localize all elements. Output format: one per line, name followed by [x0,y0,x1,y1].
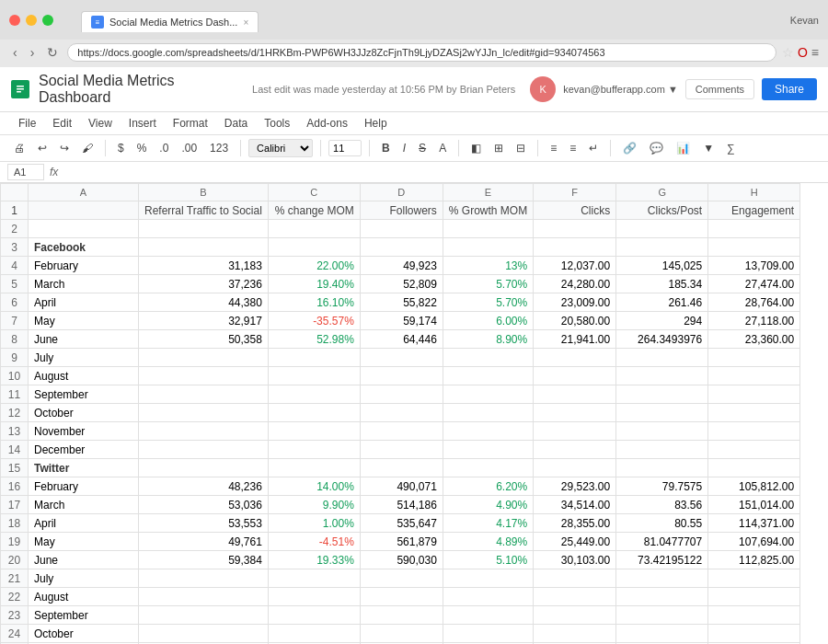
cell-19-b[interactable]: 49,761 [139,533,269,551]
cell-1-g[interactable]: Clicks/Post [616,201,708,220]
cell-23-f[interactable] [534,606,616,625]
cell-22-a[interactable]: August [29,588,139,606]
cell-12-g[interactable] [616,404,708,422]
link-button[interactable]: 🔗 [618,139,641,157]
col-header-g[interactable]: G [616,184,708,201]
cell-5-f[interactable]: 24,280.00 [534,275,616,293]
col-header-e[interactable]: E [443,184,533,201]
opera-icon[interactable]: O [798,45,808,60]
cell-8-b[interactable]: 50,358 [139,330,269,349]
cell-6-h[interactable]: 28,764.00 [708,293,800,312]
cell-14-e[interactable] [443,441,533,459]
cell-17-h[interactable]: 151,014.00 [708,496,800,514]
cell-18-d[interactable]: 535,647 [360,514,443,533]
menu-edit[interactable]: Edit [45,114,79,132]
cell-10-b[interactable] [139,367,269,385]
cell-15-h[interactable] [708,459,800,477]
col-header-h[interactable]: H [708,184,800,201]
cell-21-f[interactable] [534,569,616,588]
cell-5-b[interactable]: 37,236 [139,275,269,293]
cell-23-d[interactable] [360,606,443,625]
print-button[interactable]: 🖨 [9,139,29,157]
cell-21-a[interactable]: July [29,569,139,588]
cell-6-d[interactable]: 55,822 [360,293,443,312]
cell-18-b[interactable]: 53,553 [139,514,269,533]
col-header-d[interactable]: D [360,184,443,201]
cell-20-e[interactable]: 5.10% [443,551,533,569]
cell-20-b[interactable]: 59,384 [139,551,269,569]
cell-9-c[interactable] [268,349,360,367]
menu-format[interactable]: Format [166,114,215,132]
cell-1-h[interactable]: Engagement [708,201,800,220]
cell-20-c[interactable]: 19.33% [268,551,360,569]
cell-9-f[interactable] [534,349,616,367]
cell-2-g[interactable] [616,220,708,238]
cell-21-c[interactable] [268,569,360,588]
cell-18-c[interactable]: 1.00% [268,514,360,533]
cell-2-a[interactable] [29,220,139,238]
cell-10-e[interactable] [443,367,533,385]
cell-4-e[interactable]: 13% [443,257,533,275]
cell-8-h[interactable]: 23,360.00 [708,330,800,349]
menu-addons[interactable]: Add-ons [299,114,355,132]
cell-19-f[interactable]: 25,449.00 [534,533,616,551]
cell-1-b[interactable]: Referral Traffic to Social [139,201,269,220]
formula-input[interactable] [63,164,821,180]
cell-6-b[interactable]: 44,380 [139,293,269,312]
menu-icon[interactable]: ≡ [811,45,819,60]
bold-button[interactable]: B [377,139,395,157]
cell-21-d[interactable] [360,569,443,588]
cell-16-h[interactable]: 105,812.00 [708,477,800,496]
cell-5-e[interactable]: 5.70% [443,275,533,293]
cell-11-e[interactable] [443,385,533,404]
cell-22-e[interactable] [443,588,533,606]
cell-7-f[interactable]: 20,580.00 [534,312,616,330]
col-header-f[interactable]: F [534,184,616,201]
cell-4-h[interactable]: 13,709.00 [708,257,800,275]
cell-3-a[interactable]: Facebook [29,238,139,257]
menu-tools[interactable]: Tools [257,114,297,132]
font-family-select[interactable]: Calibri [248,139,313,157]
cell-7-h[interactable]: 27,118.00 [708,312,800,330]
cell-4-c[interactable]: 22.00% [268,257,360,275]
cell-13-h[interactable] [708,422,800,441]
cell-11-b[interactable] [139,385,269,404]
decrease-decimal-button[interactable]: .0 [155,139,173,157]
cell-11-h[interactable] [708,385,800,404]
sheet-area[interactable]: A B C D E F G H 1Referral Traffic to Soc… [0,183,828,644]
cell-3-h[interactable] [708,238,800,257]
cell-5-c[interactable]: 19.40% [268,275,360,293]
cell-9-b[interactable] [139,349,269,367]
cell-22-c[interactable] [268,588,360,606]
cell-10-c[interactable] [268,367,360,385]
cell-16-a[interactable]: February [29,477,139,496]
cell-8-c[interactable]: 52.98% [268,330,360,349]
cell-22-g[interactable] [616,588,708,606]
cell-15-c[interactable] [268,459,360,477]
cell-18-h[interactable]: 114,371.00 [708,514,800,533]
cell-5-h[interactable]: 27,474.00 [708,275,800,293]
cell-22-h[interactable] [708,588,800,606]
cell-21-b[interactable] [139,569,269,588]
undo-button[interactable]: ↩ [33,139,52,157]
cell-7-e[interactable]: 6.00% [443,312,533,330]
cell-4-g[interactable]: 145,025 [616,257,708,275]
text-color-button[interactable]: A [434,139,451,157]
cell-12-d[interactable] [360,404,443,422]
cell-15-d[interactable] [360,459,443,477]
cell-3-g[interactable] [616,238,708,257]
cell-9-g[interactable] [616,349,708,367]
cell-15-f[interactable] [534,459,616,477]
cell-16-g[interactable]: 79.7575 [616,477,708,496]
menu-insert[interactable]: Insert [121,114,164,132]
col-header-b[interactable]: B [139,184,269,201]
cell-5-d[interactable]: 52,809 [360,275,443,293]
italic-button[interactable]: I [398,139,410,157]
cell-18-f[interactable]: 28,355.00 [534,514,616,533]
bookmark-icon[interactable]: ☆ [782,45,794,60]
cell-15-a[interactable]: Twitter [29,459,139,477]
cell-16-d[interactable]: 490,071 [360,477,443,496]
merge-button[interactable]: ⊟ [512,139,530,157]
cell-13-a[interactable]: November [29,422,139,441]
cell-10-h[interactable] [708,367,800,385]
